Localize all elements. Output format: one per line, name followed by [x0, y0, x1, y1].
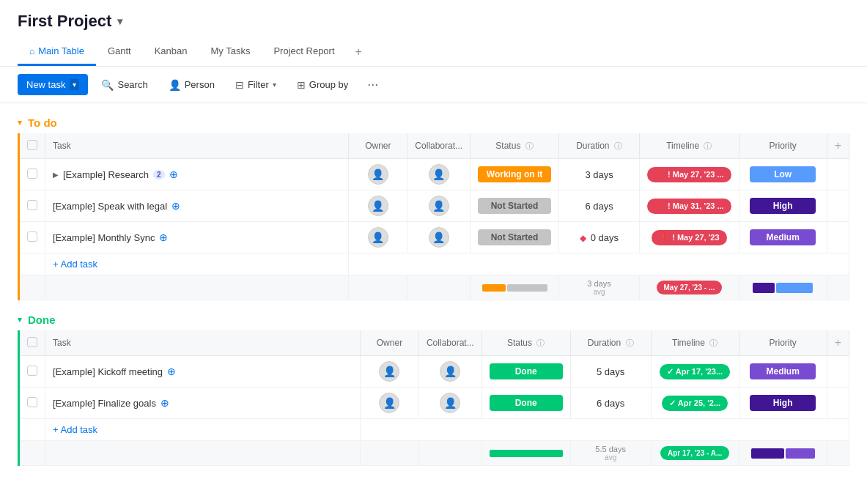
- expand-icon-research[interactable]: ▶: [53, 171, 59, 179]
- row-check-sync: [19, 222, 45, 253]
- row-duration-kickoff[interactable]: 5 days: [570, 356, 651, 388]
- row-task-goals[interactable]: [Example] Finalize goals ⊕: [45, 388, 361, 419]
- tab-main-table[interactable]: ⌂ Main Table: [18, 38, 96, 66]
- tabs-bar: ⌂ Main Table Gantt Kanban My Tasks Proje…: [18, 38, 849, 66]
- checkbox-goals[interactable]: [27, 397, 37, 407]
- row-owner-kickoff[interactable]: 👤: [360, 356, 418, 388]
- row-status-goals[interactable]: Done: [482, 388, 570, 419]
- avatar-collab-legal: 👤: [429, 196, 449, 216]
- th-collab-todo: Collaborat...: [407, 133, 471, 159]
- row-duration-goals[interactable]: 6 days: [570, 388, 651, 419]
- row-task-legal[interactable]: [Example] Speak with legal ⊕: [45, 190, 349, 222]
- priority-badge-goals: High: [750, 395, 816, 411]
- bar-dark-purple-todo: [753, 283, 775, 293]
- priority-badge-legal: High: [750, 198, 816, 214]
- more-options-button[interactable]: ···: [361, 74, 384, 95]
- timeline-info-icon-done: ⓘ: [709, 338, 717, 347]
- checkbox-research[interactable]: [27, 168, 37, 179]
- add-subtask-icon-sync[interactable]: ⊕: [159, 231, 168, 243]
- row-status-sync[interactable]: Not Started: [471, 222, 559, 253]
- search-icon: 🔍: [101, 79, 114, 91]
- duration-info-icon-done: ⓘ: [626, 338, 634, 347]
- row-task-sync[interactable]: [Example] Monthly Sync ⊕: [45, 222, 349, 253]
- add-column-icon-todo[interactable]: +: [835, 139, 841, 152]
- todo-table-wrapper: Task Owner Collaborat... Status ⓘ: [0, 133, 867, 300]
- checkbox-legal[interactable]: [27, 200, 37, 210]
- th-duration-done: Duration ⓘ: [570, 330, 651, 356]
- alert-icon-sync: ❗: [659, 233, 669, 242]
- row-timeline-goals[interactable]: ✓ Apr 25, '2...: [651, 388, 739, 419]
- bar-medium-purple-done: [786, 448, 815, 459]
- new-task-dropdown-arrow[interactable]: ▾: [70, 79, 79, 90]
- th-priority-done: Priority: [739, 330, 827, 356]
- summary-priority-todo: [739, 275, 827, 300]
- row-task-kickoff[interactable]: [Example] Kickoff meeting ⊕: [45, 356, 361, 388]
- filter-chevron-icon: ▾: [273, 81, 276, 89]
- row-priority-kickoff[interactable]: Medium: [739, 356, 827, 388]
- filter-button[interactable]: ⊟ Filter ▾: [228, 75, 284, 95]
- table-row: ▶ [Example] Research 2 ⊕ 👤 👤: [19, 159, 849, 190]
- new-task-button[interactable]: New task ▾: [18, 74, 88, 95]
- tab-my-tasks[interactable]: My Tasks: [199, 38, 262, 66]
- row-owner-legal[interactable]: 👤: [349, 190, 407, 222]
- row-status-research[interactable]: Working on it: [471, 159, 559, 190]
- row-check-research: [19, 159, 45, 190]
- add-subtask-icon-research[interactable]: ⊕: [169, 168, 178, 180]
- row-owner-sync[interactable]: 👤: [349, 222, 407, 253]
- row-timeline-sync[interactable]: ❗ ! May 27, '23: [640, 222, 739, 253]
- row-priority-research[interactable]: Low: [739, 159, 827, 190]
- bar-orange-todo: [482, 284, 506, 292]
- row-status-legal[interactable]: Not Started: [471, 190, 559, 222]
- row-collab-legal[interactable]: 👤: [407, 190, 471, 222]
- page-header: First Project ▾ ⌂ Main Table Gantt Kanba…: [0, 0, 867, 67]
- section-done-header[interactable]: ▾ Done: [0, 309, 867, 330]
- avatar-owner-research: 👤: [368, 164, 388, 185]
- row-duration-research[interactable]: 3 days: [559, 159, 640, 190]
- row-owner-goals[interactable]: 👤: [360, 388, 418, 419]
- row-task-research[interactable]: ▶ [Example] Research 2 ⊕: [45, 159, 349, 190]
- add-subtask-icon-goals[interactable]: ⊕: [161, 397, 169, 409]
- project-title-chevron[interactable]: ▾: [117, 15, 122, 27]
- row-status-kickoff[interactable]: Done: [482, 356, 570, 388]
- table-row: [Example] Speak with legal ⊕ 👤 👤 Not Sta…: [19, 190, 849, 222]
- add-task-todo[interactable]: + Add task: [45, 253, 349, 275]
- section-todo-header[interactable]: ▾ To do: [0, 112, 867, 133]
- table-row: [Example] Kickoff meeting ⊕ 👤 👤 Done: [19, 356, 849, 388]
- add-subtask-icon-kickoff[interactable]: ⊕: [167, 366, 176, 377]
- th-add-col-done[interactable]: +: [827, 330, 849, 356]
- add-column-icon-done[interactable]: +: [835, 336, 841, 349]
- header-checkbox-todo[interactable]: [27, 140, 37, 150]
- row-priority-sync[interactable]: Medium: [739, 222, 827, 253]
- add-task-done[interactable]: + Add task: [45, 419, 361, 441]
- checkbox-sync[interactable]: [27, 231, 37, 242]
- person-button[interactable]: 👤 Person: [161, 75, 222, 95]
- summary-timeline-todo: May 27, '23 - ...: [640, 275, 739, 300]
- table-row: [Example] Finalize goals ⊕ 👤 👤 Done: [19, 388, 849, 419]
- group-by-button[interactable]: ⊞ Group by: [289, 75, 355, 95]
- filter-icon: ⊟: [235, 79, 244, 91]
- checkbox-kickoff[interactable]: [27, 366, 37, 376]
- row-priority-legal[interactable]: High: [739, 190, 827, 222]
- tab-project-report[interactable]: Project Report: [262, 38, 346, 66]
- row-priority-goals[interactable]: High: [739, 388, 827, 419]
- row-duration-legal[interactable]: 6 days: [559, 190, 640, 222]
- row-owner-research[interactable]: 👤: [349, 159, 407, 190]
- tab-gantt[interactable]: Gantt: [96, 38, 143, 66]
- row-timeline-kickoff[interactable]: ✓ Apr 17, '23...: [651, 356, 739, 388]
- priority-badge-research: Low: [750, 166, 816, 182]
- th-add-col-todo[interactable]: +: [827, 133, 849, 159]
- add-tab-button[interactable]: +: [347, 38, 371, 66]
- row-collab-research[interactable]: 👤: [407, 159, 471, 190]
- row-collab-kickoff[interactable]: 👤: [418, 356, 482, 388]
- row-collab-goals[interactable]: 👤: [418, 388, 482, 419]
- row-duration-sync[interactable]: ◆ 0 days: [559, 222, 640, 253]
- done-table: Task Owner Collaborat... Status ⓘ: [18, 330, 849, 466]
- add-subtask-icon-legal[interactable]: ⊕: [171, 200, 180, 212]
- tab-kanban[interactable]: Kanban: [143, 38, 199, 66]
- header-checkbox-done[interactable]: [27, 337, 37, 347]
- timeline-badge-sync: ❗ ! May 27, '23: [652, 230, 726, 245]
- row-timeline-research[interactable]: ❗ ! May 27, '23 ...: [640, 159, 739, 190]
- search-button[interactable]: 🔍 Search: [94, 75, 155, 95]
- row-timeline-legal[interactable]: ❗ ! May 31, '23 ...: [640, 190, 739, 222]
- row-collab-sync[interactable]: 👤: [407, 222, 471, 253]
